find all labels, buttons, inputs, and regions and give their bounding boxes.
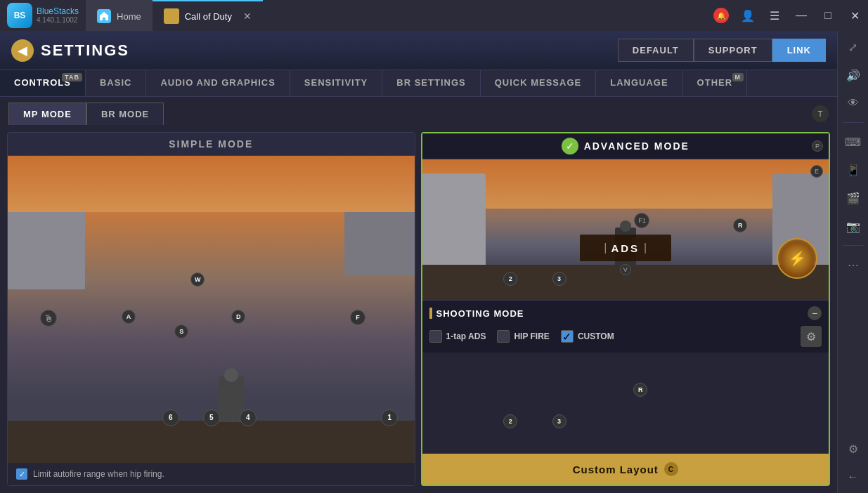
back-icon[interactable]: ← xyxy=(844,468,862,486)
settings-header: ◀ SETTINGS DEFAULT SUPPORT LINK xyxy=(0,31,837,70)
game-icon xyxy=(164,8,179,24)
adv-check-icon: ✓ xyxy=(562,138,578,155)
settings-gear-button[interactable]: ⚙ xyxy=(801,326,822,347)
home-tab-label: Home xyxy=(117,11,141,22)
tab-quick-message[interactable]: QUICK MESSAGE xyxy=(481,70,597,96)
checkbox-hipfire[interactable] xyxy=(497,330,510,343)
view-icon[interactable]: 👁 xyxy=(844,94,862,112)
volume-icon[interactable]: 🔊 xyxy=(844,66,862,84)
divider-1 xyxy=(843,122,864,123)
back-button[interactable]: ◀ xyxy=(11,39,34,62)
key-4: 4 xyxy=(240,409,257,426)
v-badge: V xyxy=(620,264,631,275)
key-6: 6 xyxy=(162,409,179,426)
notification-icon[interactable]: 🔔 xyxy=(713,8,729,23)
advanced-mode-panel: ✓ ADVANCED MODE P xyxy=(421,132,831,486)
close-icon[interactable]: ✕ xyxy=(847,8,862,23)
checkbox-custom[interactable]: ✓ xyxy=(561,330,574,343)
opt-custom-label: CUSTOM xyxy=(578,331,614,341)
m-badge: M xyxy=(732,73,744,81)
autofire-checkbox[interactable]: ✓ xyxy=(16,468,27,480)
checkbox-1tap[interactable] xyxy=(429,330,442,343)
gear-icon[interactable]: ⚙ xyxy=(844,440,862,458)
opt-hip-fire: HIP FIRE xyxy=(497,330,549,343)
settings-title: SETTINGS xyxy=(41,41,129,60)
simple-bottom-panel: ✓ Limit autofire range when hip firing. xyxy=(8,463,415,485)
game-tab-label: Call of Duty xyxy=(185,11,232,22)
key-1: 1 xyxy=(381,409,398,426)
bluestacks-icon: BS xyxy=(7,3,32,28)
opt-custom: ✓ CUSTOM xyxy=(561,330,614,343)
keyboard-icon[interactable]: ⌨ xyxy=(844,133,862,151)
t-badge: T xyxy=(812,105,829,122)
tab-other[interactable]: OTHER M xyxy=(683,70,748,96)
key-r-2: R xyxy=(633,383,647,397)
content-area: SIMPLE MODE xyxy=(0,125,837,493)
camera-icon[interactable]: 📷 xyxy=(844,217,862,235)
app-name: BlueStacks 4.140.1.1002 xyxy=(37,6,79,25)
key-5: 5 xyxy=(203,409,220,426)
fire-circle: ⚡ xyxy=(777,238,817,279)
header-buttons: DEFAULT SUPPORT LINK xyxy=(618,39,826,62)
shooting-mode-section: SHOOTING MODE − 1-tap ADS HIP FIRE xyxy=(422,300,829,353)
key-r: R xyxy=(733,218,747,232)
f1-badge: F1 xyxy=(634,213,649,228)
menu-icon[interactable]: ☰ xyxy=(767,8,782,23)
window-controls: 🔔 👤 ☰ — □ ✕ xyxy=(713,8,868,23)
default-button[interactable]: DEFAULT xyxy=(618,39,694,62)
maximize-icon[interactable]: □ xyxy=(820,8,836,23)
tab-badge: Tab xyxy=(62,73,82,81)
main-container: ◀ SETTINGS DEFAULT SUPPORT LINK CONTROLS… xyxy=(0,31,868,493)
home-icon xyxy=(97,9,111,23)
custom-layout-button[interactable]: Custom Layout C xyxy=(422,454,829,485)
key-d: D xyxy=(231,310,245,324)
tab-home[interactable]: Home xyxy=(86,0,153,31)
sub-tab-mp[interactable]: MP MODE xyxy=(8,103,86,125)
mouse-icon: 🖱 xyxy=(40,310,57,327)
support-button[interactable]: SUPPORT xyxy=(694,39,772,62)
c-badge: C xyxy=(664,462,678,476)
close-tab-icon[interactable]: ✕ xyxy=(243,11,252,22)
expand-icon[interactable]: ⤢ xyxy=(844,38,862,56)
key-a: A xyxy=(122,310,136,324)
advanced-mode-title: ADVANCED MODE xyxy=(584,140,689,152)
more-icon[interactable]: ⋯ xyxy=(844,256,862,274)
app-logo: BS BlueStacks 4.140.1.1002 xyxy=(0,3,86,28)
autofire-label: Limit autofire range when hip firing. xyxy=(33,469,164,479)
sub-tab-br[interactable]: BR MODE xyxy=(86,103,164,125)
shooting-label: SHOOTING MODE xyxy=(436,308,524,319)
tab-controls[interactable]: CONTROLS Tab xyxy=(0,70,86,96)
advanced-game-preview: | ADS | V ⚡ F1 E 2 3 xyxy=(422,159,829,300)
key-3: 3 xyxy=(552,272,566,286)
minimize-icon[interactable]: — xyxy=(793,8,809,23)
tab-basic[interactable]: BASIC xyxy=(86,70,146,96)
tab-sensitivity[interactable]: SENSITIVITY xyxy=(290,70,382,96)
divider-2 xyxy=(843,245,864,246)
phone-icon[interactable]: 📱 xyxy=(844,161,862,179)
tab-language[interactable]: LANGUAGE xyxy=(596,70,682,96)
tab-game[interactable]: Call of Duty ✕ xyxy=(153,0,263,31)
shooting-options: 1-tap ADS HIP FIRE ✓ CUSTOM ⚙ xyxy=(429,326,822,347)
video-icon[interactable]: 🎬 xyxy=(844,189,862,207)
tab-audio-graphics[interactable]: AUDIO AND GRAPHICS xyxy=(146,70,290,96)
right-sidebar: ⤢ 🔊 👁 ⌨ 📱 🎬 📷 ⋯ ⚙ ← xyxy=(837,31,868,493)
tab-br-settings[interactable]: BR SETTINGS xyxy=(382,70,480,96)
settings-content: ◀ SETTINGS DEFAULT SUPPORT LINK CONTROLS… xyxy=(0,31,837,493)
key-f: F xyxy=(350,310,365,325)
adv-empty-area: R 2 3 xyxy=(422,353,829,454)
key-3-2: 3 xyxy=(552,414,566,428)
shooting-mode-title: SHOOTING MODE − xyxy=(429,306,822,320)
key-s: S xyxy=(174,324,188,338)
opt-1tap-ads: 1-tap ADS xyxy=(429,330,486,343)
game-scene-simple: W A D S 6 5 4 1 F 🖱 xyxy=(8,156,415,463)
collapse-button[interactable]: − xyxy=(808,306,822,320)
settings-tabs: CONTROLS Tab BASIC AUDIO AND GRAPHICS SE… xyxy=(0,70,837,97)
simple-mode-title: SIMPLE MODE xyxy=(8,133,415,156)
simple-mode-panel: SIMPLE MODE xyxy=(7,132,415,486)
link-button[interactable]: LINK xyxy=(772,39,826,62)
account-icon[interactable]: 👤 xyxy=(740,8,756,23)
p-badge: P xyxy=(812,140,823,152)
key-w: W xyxy=(190,272,205,287)
ads-bar: | ADS | xyxy=(580,235,671,261)
title-bar: BS BlueStacks 4.140.1.1002 Home Call of … xyxy=(0,0,868,31)
